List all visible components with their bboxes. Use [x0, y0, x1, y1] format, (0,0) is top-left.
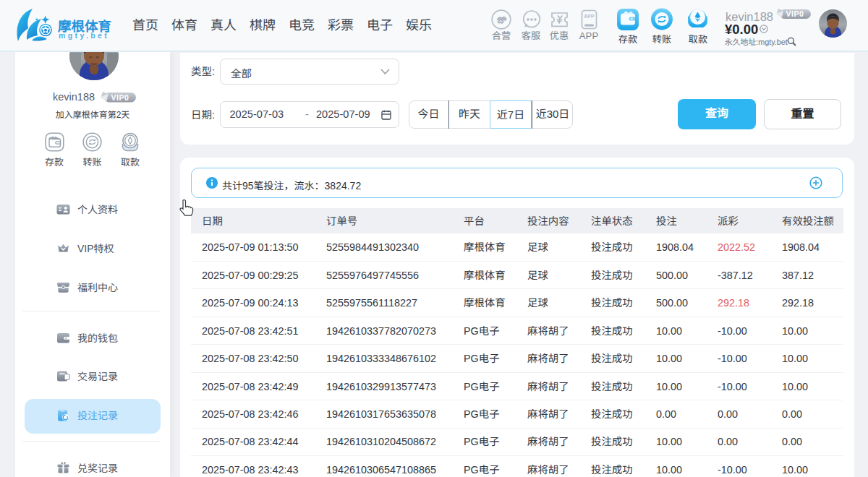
- svg-text:VIP0: VIP0: [786, 9, 804, 18]
- svg-text:VIP0: VIP0: [111, 93, 129, 102]
- svg-text:APP: APP: [584, 14, 595, 19]
